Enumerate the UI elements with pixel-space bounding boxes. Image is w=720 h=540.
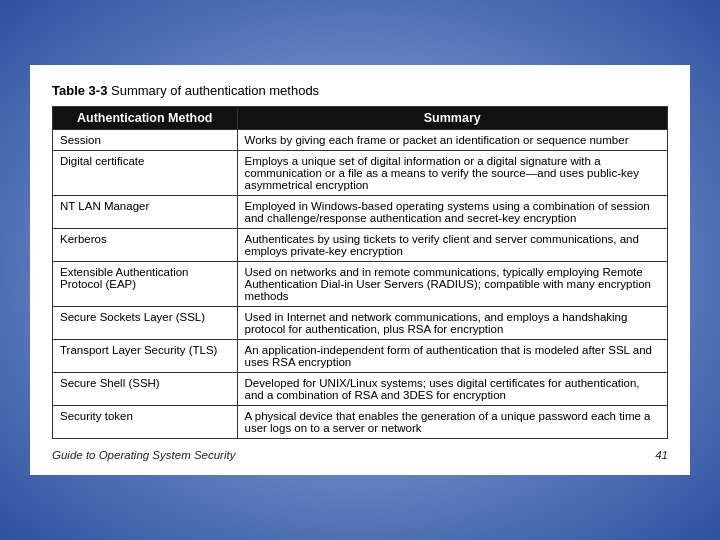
- table-row: SessionWorks by giving each frame or pac…: [53, 130, 668, 151]
- table-caption: Table 3-3 Summary of authentication meth…: [52, 83, 668, 98]
- table-title: Summary of authentication methods: [111, 83, 319, 98]
- method-cell: Security token: [53, 406, 238, 439]
- summary-cell: Used in Internet and network communicati…: [237, 307, 668, 340]
- method-cell: Transport Layer Security (TLS): [53, 340, 238, 373]
- method-cell: Extensible Authentication Protocol (EAP): [53, 262, 238, 307]
- summary-cell: Employs a unique set of digital informat…: [237, 151, 668, 196]
- summary-cell: Developed for UNIX/Linux systems; uses d…: [237, 373, 668, 406]
- table-header-row: Authentication Method Summary: [53, 107, 668, 130]
- page-container: Table 3-3 Summary of authentication meth…: [30, 65, 690, 475]
- table-row: Digital certificateEmploys a unique set …: [53, 151, 668, 196]
- table-row: Secure Sockets Layer (SSL)Used in Intern…: [53, 307, 668, 340]
- method-cell: NT LAN Manager: [53, 196, 238, 229]
- method-cell: Secure Sockets Layer (SSL): [53, 307, 238, 340]
- summary-cell: A physical device that enables the gener…: [237, 406, 668, 439]
- summary-cell: Employed in Windows-based operating syst…: [237, 196, 668, 229]
- method-cell: Kerberos: [53, 229, 238, 262]
- col-header-method: Authentication Method: [53, 107, 238, 130]
- method-cell: Secure Shell (SSH): [53, 373, 238, 406]
- summary-cell: Used on networks and in remote communica…: [237, 262, 668, 307]
- table-row: KerberosAuthenticates by using tickets t…: [53, 229, 668, 262]
- summary-cell: Authenticates by using tickets to verify…: [237, 229, 668, 262]
- footer-left: Guide to Operating System Security: [52, 449, 235, 461]
- table-row: Extensible Authentication Protocol (EAP)…: [53, 262, 668, 307]
- table-row: Transport Layer Security (TLS)An applica…: [53, 340, 668, 373]
- col-header-summary: Summary: [237, 107, 668, 130]
- page-footer: Guide to Operating System Security 41: [52, 449, 668, 461]
- method-cell: Digital certificate: [53, 151, 238, 196]
- summary-cell: Works by giving each frame or packet an …: [237, 130, 668, 151]
- table-row: Security tokenA physical device that ena…: [53, 406, 668, 439]
- table-label: Table 3-3: [52, 83, 107, 98]
- summary-cell: An application-independent form of authe…: [237, 340, 668, 373]
- footer-right: 41: [655, 449, 668, 461]
- auth-methods-table: Authentication Method Summary SessionWor…: [52, 106, 668, 439]
- method-cell: Session: [53, 130, 238, 151]
- table-row: Secure Shell (SSH)Developed for UNIX/Lin…: [53, 373, 668, 406]
- table-row: NT LAN ManagerEmployed in Windows-based …: [53, 196, 668, 229]
